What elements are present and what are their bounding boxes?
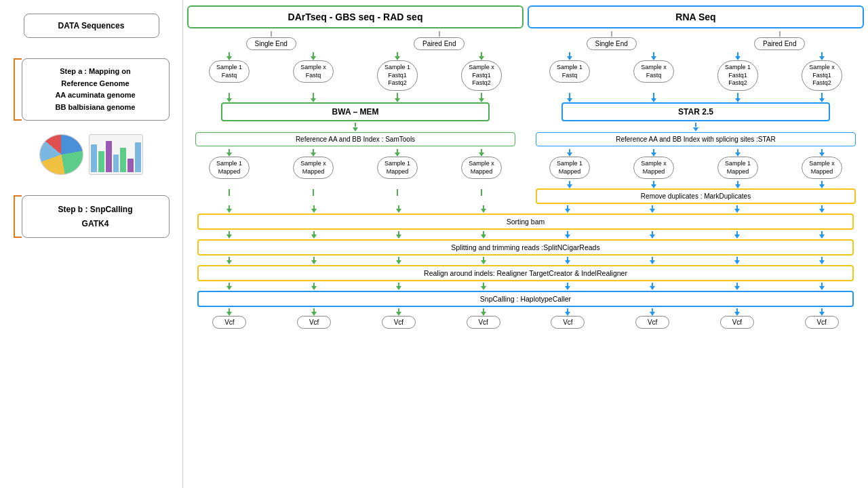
dart-s1-mapped2: Sample 1 Mapped <box>377 157 418 179</box>
dart-samplex-fastq: Sample x Fastq <box>293 60 334 83</box>
realign-box: Realign around indels: Realigner TargetC… <box>197 265 854 281</box>
step-a-label: Step a : Mapping on Reference Genome AA … <box>55 67 135 111</box>
data-sequences-label: DATA Sequences <box>58 21 125 30</box>
vcf-3: Vcf <box>382 316 416 329</box>
dart-single-end: Single End <box>246 37 296 50</box>
dart-reference-box: Reference AA and BB Index : SamTools <box>195 132 515 146</box>
rna-paired-end: Paired End <box>754 37 805 50</box>
rna-sx-mapped2: Sample x Mapped <box>802 157 842 179</box>
dart-sample1-fastq: Sample 1 Fastq <box>209 60 250 83</box>
dart-samplex-fastq12: Sample x Fastq1 Fastq2 <box>461 60 502 91</box>
rna-sample1-fastq12: Sample 1 Fastq1 Fastq2 <box>717 60 758 91</box>
splitting-box: Splitting and trimming reads :SplitNCiga… <box>197 239 854 256</box>
step-b-box: Step b : SnpCalling GATK4 <box>22 195 170 238</box>
images-area <box>39 134 143 175</box>
dart-s1-mapped1: Sample 1 Mapped <box>209 157 250 179</box>
star-box: STAR 2.5 <box>561 102 831 121</box>
dart-sx-mapped1: Sample x Mapped <box>293 157 334 179</box>
rna-samplex-fastq: Sample x Fastq <box>633 60 674 83</box>
vcf-2: Vcf <box>297 316 331 329</box>
dart-title: DArTseq - GBS seq - RAD seq <box>187 5 524 28</box>
bar-chart-image <box>89 134 143 175</box>
rna-s1-mapped2: Sample 1 Mapped <box>717 157 758 179</box>
rna-reference-box: Reference AA and BB Index with splicing … <box>536 132 855 146</box>
vcf-8: Vcf <box>805 316 839 329</box>
step-a-box: Step a : Mapping on Reference Genome AA … <box>22 58 170 121</box>
vcf-1: Vcf <box>212 316 246 329</box>
left-panel: DATA Sequences Step a : Mapping on Refer… <box>0 0 183 488</box>
sorting-box: Sorting bam <box>197 214 854 230</box>
dart-sample1-fastq12: Sample 1 Fastq1 Fastq2 <box>377 60 418 91</box>
rna-samplex-fastq12: Sample x Fastq1 Fastq2 <box>802 60 842 91</box>
bwa-box: BWA – MEM <box>221 102 490 121</box>
vcf-4: Vcf <box>467 316 500 329</box>
data-sequences-box: DATA Sequences <box>24 14 159 38</box>
dart-paired-end: Paired End <box>414 37 465 50</box>
vcf-5: Vcf <box>551 316 585 329</box>
circular-chart-image <box>39 134 83 175</box>
remove-dup-box: Remove duplicates : MarkDuplicates <box>536 188 855 204</box>
rna-sample1-fastq: Sample 1 Fastq <box>549 60 590 83</box>
rna-s1-mapped1: Sample 1 Mapped <box>549 157 590 179</box>
rna-title: RNA Seq <box>528 5 864 28</box>
rna-sx-mapped1: Sample x Mapped <box>633 157 674 179</box>
dart-sx-mapped2: Sample x Mapped <box>461 157 502 179</box>
rna-single-end: Single End <box>587 37 637 50</box>
vcf-7: Vcf <box>720 316 754 329</box>
step-b-label: Step b : SnpCalling GATK4 <box>58 205 133 228</box>
snp-box: SnpCalling : HaplotypeCaller <box>197 291 854 307</box>
vcf-6: Vcf <box>635 316 669 329</box>
main-flow-area: DArTseq - GBS seq - RAD seq RNA Seq Sing… <box>183 0 868 488</box>
